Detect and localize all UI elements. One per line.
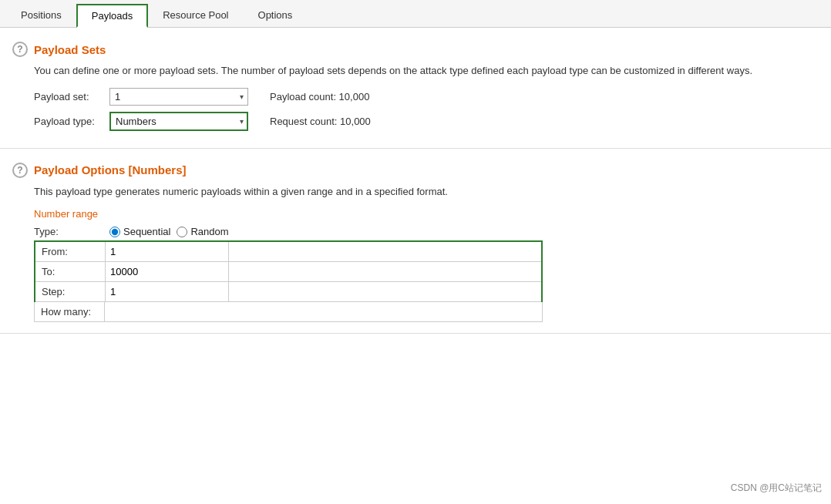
how-many-container: How many:: [34, 302, 543, 322]
payload-sets-help-icon[interactable]: ?: [12, 42, 28, 57]
to-row: To:: [35, 262, 541, 282]
to-input2[interactable]: [228, 262, 541, 281]
payload-sets-section: ? Payload Sets You can define one or mor…: [0, 28, 831, 149]
payload-options-help-icon[interactable]: ?: [12, 163, 28, 178]
step-row: Step:: [35, 282, 541, 302]
type-row: Type: Sequential Random: [34, 226, 812, 237]
sequential-label: Sequential: [123, 226, 170, 237]
payload-set-label: Payload set:: [34, 91, 103, 102]
payload-set-select-wrapper: 1 2 3 ▾: [109, 88, 248, 106]
sequential-radio[interactable]: [109, 227, 120, 237]
sequential-radio-option[interactable]: Sequential: [109, 226, 170, 237]
tab-options[interactable]: Options: [244, 4, 308, 28]
number-inputs-container: From: To: Step:: [34, 240, 543, 302]
random-label: Random: [190, 226, 228, 237]
step-input[interactable]: [105, 282, 228, 301]
payload-type-select[interactable]: Numbers Simple list Runtime file Custom …: [109, 112, 248, 131]
type-field-label: Type:: [34, 226, 103, 237]
payload-set-row: Payload set: 1 2 3 ▾ Payload count: 10,0…: [34, 88, 812, 106]
from-row: From:: [35, 242, 541, 262]
step-input2[interactable]: [228, 282, 541, 301]
tab-resource-pool[interactable]: Resource Pool: [148, 4, 243, 28]
payload-options-description: This payload type generates numeric payl…: [34, 184, 812, 200]
from-input2[interactable]: [228, 242, 541, 261]
payload-options-section: ? Payload Options [Numbers] This payload…: [0, 149, 831, 334]
payload-options-header: ? Payload Options [Numbers]: [12, 163, 812, 178]
how-many-input[interactable]: [104, 302, 542, 321]
tab-positions[interactable]: Positions: [6, 4, 76, 28]
how-many-label: How many:: [35, 302, 104, 321]
payload-sets-header: ? Payload Sets: [12, 42, 812, 57]
payload-set-select[interactable]: 1 2 3: [109, 88, 248, 106]
payload-sets-title: Payload Sets: [34, 43, 106, 56]
to-label: To:: [35, 262, 105, 281]
step-label: Step:: [35, 282, 105, 301]
tab-payloads[interactable]: Payloads: [76, 4, 148, 28]
payload-options-title: Payload Options [Numbers]: [34, 163, 187, 176]
from-label: From:: [35, 242, 105, 261]
number-range-label: Number range: [34, 208, 812, 220]
payload-type-label: Payload type:: [34, 116, 103, 127]
tab-bar: Positions Payloads Resource Pool Options: [0, 0, 831, 28]
to-input[interactable]: [105, 262, 228, 281]
payload-type-select-wrapper: Numbers Simple list Runtime file Custom …: [109, 112, 248, 131]
request-count-text: Request count: 10,000: [270, 116, 371, 127]
random-radio[interactable]: [177, 227, 187, 237]
watermark: CSDN @用C站记笔记: [731, 482, 822, 495]
random-radio-option[interactable]: Random: [177, 226, 228, 237]
payload-count-text: Payload count: 10,000: [270, 91, 369, 102]
payload-sets-description: You can define one or more payload sets.…: [34, 63, 812, 79]
from-input[interactable]: [105, 242, 228, 261]
payload-type-row: Payload type: Numbers Simple list Runtim…: [34, 112, 812, 131]
